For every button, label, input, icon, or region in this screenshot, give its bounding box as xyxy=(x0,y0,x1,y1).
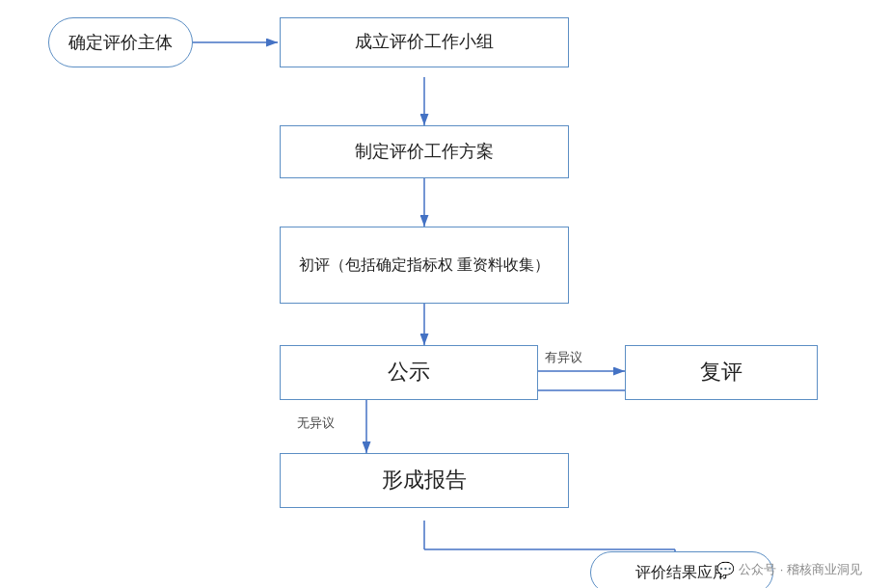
wechat-icon: 💬 xyxy=(716,561,735,578)
node-establish-group: 成立评价工作小组 xyxy=(280,17,569,67)
watermark-text: 公众号 · 稽核商业洞见 xyxy=(739,561,862,578)
watermark: 💬 公众号 · 稽核商业洞见 xyxy=(716,561,862,578)
label-no-objection: 无异议 xyxy=(297,414,335,432)
node-re-review: 复评 xyxy=(625,345,818,400)
node-initial-review: 初评（包括确定指标权 重资料收集） xyxy=(280,227,569,304)
node-form-report: 形成报告 xyxy=(280,453,569,508)
label-has-objection: 有异议 xyxy=(545,349,582,366)
node-determine-subject: 确定评价主体 xyxy=(48,17,193,67)
node-public-notice: 公示 xyxy=(280,345,538,400)
node-make-plan: 制定评价工作方案 xyxy=(280,125,569,178)
flowchart-diagram: 确定评价主体 成立评价工作小组 制定评价工作方案 初评（包括确定指标权 重资料收… xyxy=(0,0,891,588)
